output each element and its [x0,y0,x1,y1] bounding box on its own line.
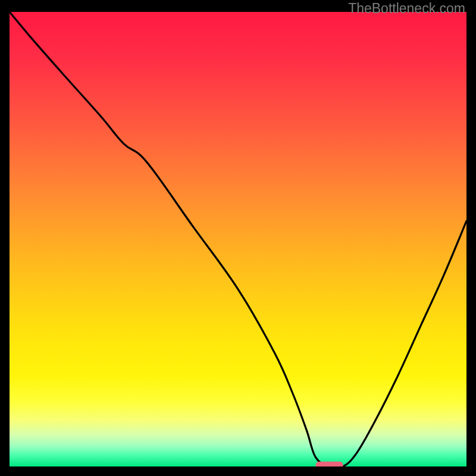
watermark: TheBottleneck.com [348,1,465,17]
bottleneck-chart [10,12,466,466]
gradient-background [10,12,466,466]
optimal-marker [316,462,343,466]
chart-frame [10,12,466,466]
